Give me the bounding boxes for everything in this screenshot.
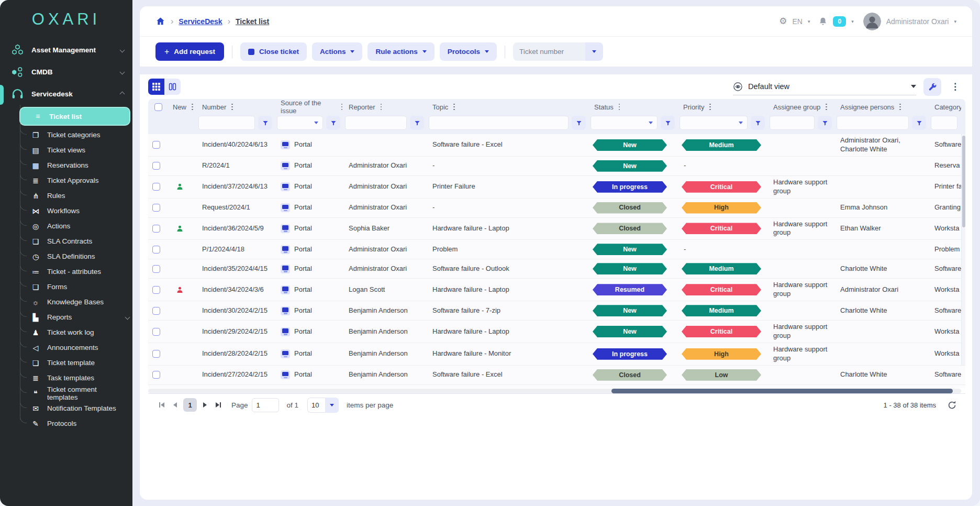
column-menu-icon[interactable]: [898, 102, 903, 112]
bell-icon[interactable]: [818, 17, 828, 26]
caret-down-icon[interactable]: [325, 398, 339, 413]
columns-view-button[interactable]: [164, 79, 181, 95]
row-checkbox[interactable]: [152, 265, 160, 273]
add-request-button[interactable]: + Add request: [155, 42, 224, 61]
column-menu-icon[interactable]: [708, 102, 712, 112]
topic-filter-input[interactable]: [429, 116, 569, 130]
column-header-priority[interactable]: Priority: [678, 102, 769, 112]
row-checkbox[interactable]: [152, 286, 160, 294]
priority-filter-select[interactable]: [680, 116, 748, 130]
sidebar-item-ticket-list[interactable]: ≡Ticket list: [19, 107, 130, 126]
horizontal-scrollbar-thumb[interactable]: [611, 389, 953, 393]
vertical-scrollbar[interactable]: [961, 134, 965, 365]
row-checkbox[interactable]: [152, 204, 160, 212]
chevron-down-icon[interactable]: ▾: [808, 19, 810, 24]
column-header-new[interactable]: New: [168, 102, 197, 112]
table-row[interactable]: R/2024/1PortalAdministrator Oxari-New-Re…: [148, 157, 965, 176]
table-row[interactable]: Incident/30/2024/2/15PortalBenjamin Ande…: [148, 301, 965, 321]
sidebar-item-ticket-attributes[interactable]: ≔Ticket - attributes: [30, 264, 129, 279]
sidebar-item-ticket-categories[interactable]: ❐Ticket categories: [30, 127, 129, 142]
ticket-number-combobox[interactable]: Ticket number: [513, 42, 603, 61]
table-row[interactable]: P/1/2024/4/18PortalAdministrator OxariPr…: [148, 240, 965, 259]
caret-down-icon[interactable]: [585, 42, 603, 61]
sidebar-item-ticket-work-log[interactable]: ♟Ticket work log: [30, 325, 129, 340]
sidebar-item-rules[interactable]: ⋔Rules: [30, 188, 129, 203]
column-menu-icon[interactable]: [190, 102, 195, 112]
row-checkbox[interactable]: [152, 307, 160, 315]
row-checkbox[interactable]: [152, 141, 160, 149]
row-checkbox[interactable]: [152, 183, 160, 191]
column-header-category[interactable]: Category: [930, 103, 961, 111]
column-header-assignee-group[interactable]: Assignee group: [769, 102, 836, 112]
refresh-icon[interactable]: [947, 400, 957, 410]
avatar[interactable]: [863, 13, 881, 30]
table-row[interactable]: Incident/34/2024/3/6PortalLogan ScottHar…: [148, 279, 965, 301]
reporter-filter-input[interactable]: [345, 116, 407, 130]
select-all-checkbox[interactable]: [154, 103, 162, 111]
sidebar-item-protocols[interactable]: ✎Protocols: [30, 416, 129, 431]
row-checkbox[interactable]: [152, 225, 160, 233]
items-per-page-combobox[interactable]: 10: [307, 398, 339, 413]
actions-dropdown-button[interactable]: Actions: [312, 42, 363, 61]
kebab-menu-icon[interactable]: ⋮: [949, 81, 962, 92]
filter-funnel-icon[interactable]: [818, 116, 832, 130]
sidebar-item-reservations[interactable]: ▦Reservations: [30, 158, 129, 173]
table-row[interactable]: Incident/29/2024/2/15PortalBenjamin Ande…: [148, 321, 965, 343]
table-row[interactable]: Request/2024/1PortalAdministrator Oxari-…: [148, 199, 965, 218]
assignee-group-filter-input[interactable]: [770, 116, 815, 130]
user-name[interactable]: Administrator Oxari: [886, 17, 949, 26]
table-row[interactable]: Incident/28/2024/2/15PortalBenjamin Ande…: [148, 343, 965, 366]
grid-view-button[interactable]: [148, 79, 164, 95]
column-header-reporter[interactable]: Reporter: [344, 102, 428, 112]
column-header-source[interactable]: Source of the issue: [276, 99, 344, 115]
sidebar-item-ticket-comment-templates[interactable]: ❝Ticket comment templates: [30, 386, 129, 401]
table-row[interactable]: Incident/35/2024/4/15PortalAdministrator…: [148, 259, 965, 279]
chevron-down-icon[interactable]: ▾: [954, 19, 956, 24]
language-selector[interactable]: EN: [792, 17, 802, 26]
notification-count-badge[interactable]: 0: [833, 16, 846, 27]
sidebar-item-knowledge-bases[interactable]: ☼Knowledge Bases: [30, 294, 129, 310]
column-header-assignee-persons[interactable]: Assignee persons: [836, 102, 930, 112]
column-menu-icon[interactable]: [824, 102, 829, 112]
table-row[interactable]: Incident/36/2024/5/9PortalSophia BakerHa…: [148, 218, 965, 240]
sidebar-group-servicedesk[interactable]: Servicedesk: [0, 83, 132, 105]
rule-actions-dropdown-button[interactable]: Rule actions: [368, 42, 434, 61]
first-page-button[interactable]: [157, 400, 167, 410]
sidebar-item-forms[interactable]: ❏Forms: [30, 279, 129, 294]
column-menu-icon[interactable]: [617, 102, 622, 112]
sidebar-item-ticket-views[interactable]: ▤Ticket views: [30, 142, 129, 158]
sidebar-item-sla-contracts[interactable]: ❏SLA Contracts: [30, 234, 129, 249]
filter-funnel-icon[interactable]: [572, 116, 586, 130]
page-1-button[interactable]: 1: [183, 398, 197, 412]
column-menu-icon[interactable]: [379, 102, 384, 112]
sidebar-item-actions[interactable]: ◎Actions: [30, 218, 129, 234]
sidebar-item-reports[interactable]: ▙Reports: [30, 310, 129, 325]
category-filter-input[interactable]: [931, 116, 957, 130]
breadcrumb-servicedesk[interactable]: ServiceDesk: [179, 17, 222, 26]
number-filter-input[interactable]: [198, 116, 255, 130]
assignee-persons-filter-input[interactable]: [837, 116, 909, 130]
filter-funnel-icon[interactable]: [326, 116, 340, 130]
sidebar-item-workflows[interactable]: ⋈Workflows: [30, 203, 129, 218]
table-row[interactable]: Incident/37/2024/6/13PortalAdministrator…: [148, 176, 965, 199]
page-number-input[interactable]: [252, 398, 279, 412]
row-checkbox[interactable]: [152, 350, 160, 358]
chevron-down-icon[interactable]: ▾: [851, 19, 854, 24]
sidebar-item-ticket-template[interactable]: ❏Ticket template: [30, 355, 129, 370]
filter-funnel-icon[interactable]: [661, 116, 675, 130]
row-checkbox[interactable]: [152, 246, 160, 254]
column-header-topic[interactable]: Topic: [428, 102, 589, 112]
gear-icon[interactable]: ⚙: [779, 16, 787, 27]
close-ticket-button[interactable]: Close ticket: [240, 42, 307, 61]
column-header-status[interactable]: Status: [589, 102, 678, 112]
filter-funnel-icon[interactable]: [912, 116, 926, 130]
sidebar-group-cmdb[interactable]: CMDB: [0, 61, 132, 83]
table-row[interactable]: Incident/40/2024/6/13PortalSoftware fail…: [148, 134, 965, 157]
column-menu-icon[interactable]: [230, 102, 235, 112]
breadcrumb-ticket-list[interactable]: Ticket list: [236, 17, 269, 26]
row-checkbox[interactable]: [152, 328, 160, 336]
filter-funnel-icon[interactable]: [258, 116, 272, 130]
sidebar-item-sla-definitions[interactable]: ◷SLA Definitions: [30, 249, 129, 264]
horizontal-scrollbar[interactable]: [148, 389, 961, 393]
home-icon[interactable]: [155, 16, 165, 26]
